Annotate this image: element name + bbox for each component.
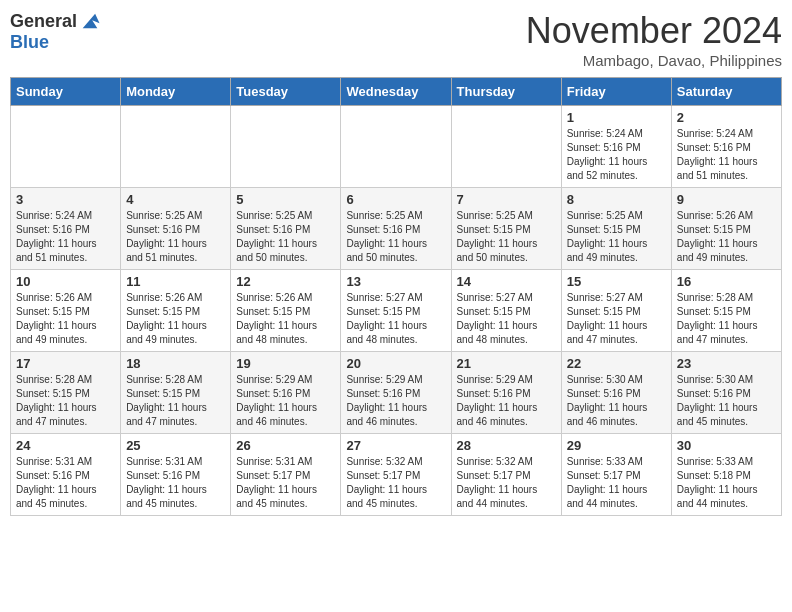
- day-info: Sunrise: 5:26 AM Sunset: 5:15 PM Dayligh…: [126, 291, 225, 347]
- day-number: 2: [677, 110, 776, 125]
- calendar-day-cell: 21Sunrise: 5:29 AM Sunset: 5:16 PM Dayli…: [451, 352, 561, 434]
- weekday-header-wednesday: Wednesday: [341, 78, 451, 106]
- day-info: Sunrise: 5:26 AM Sunset: 5:15 PM Dayligh…: [677, 209, 776, 265]
- day-info: Sunrise: 5:33 AM Sunset: 5:17 PM Dayligh…: [567, 455, 666, 511]
- day-info: Sunrise: 5:28 AM Sunset: 5:15 PM Dayligh…: [126, 373, 225, 429]
- calendar-day-cell: 27Sunrise: 5:32 AM Sunset: 5:17 PM Dayli…: [341, 434, 451, 516]
- location-subtitle: Mambago, Davao, Philippines: [526, 52, 782, 69]
- calendar-day-cell: 1Sunrise: 5:24 AM Sunset: 5:16 PM Daylig…: [561, 106, 671, 188]
- calendar-day-cell: [341, 106, 451, 188]
- calendar-day-cell: 18Sunrise: 5:28 AM Sunset: 5:15 PM Dayli…: [121, 352, 231, 434]
- calendar-day-cell: 7Sunrise: 5:25 AM Sunset: 5:15 PM Daylig…: [451, 188, 561, 270]
- calendar-day-cell: [231, 106, 341, 188]
- day-number: 13: [346, 274, 445, 289]
- day-info: Sunrise: 5:25 AM Sunset: 5:16 PM Dayligh…: [126, 209, 225, 265]
- calendar-week-row: 24Sunrise: 5:31 AM Sunset: 5:16 PM Dayli…: [11, 434, 782, 516]
- weekday-header-tuesday: Tuesday: [231, 78, 341, 106]
- day-number: 11: [126, 274, 225, 289]
- calendar-day-cell: 4Sunrise: 5:25 AM Sunset: 5:16 PM Daylig…: [121, 188, 231, 270]
- day-number: 21: [457, 356, 556, 371]
- day-info: Sunrise: 5:30 AM Sunset: 5:16 PM Dayligh…: [567, 373, 666, 429]
- weekday-header-friday: Friday: [561, 78, 671, 106]
- calendar-day-cell: [11, 106, 121, 188]
- day-number: 10: [16, 274, 115, 289]
- day-info: Sunrise: 5:25 AM Sunset: 5:15 PM Dayligh…: [457, 209, 556, 265]
- calendar-day-cell: 5Sunrise: 5:25 AM Sunset: 5:16 PM Daylig…: [231, 188, 341, 270]
- svg-marker-0: [83, 14, 100, 29]
- calendar-day-cell: 28Sunrise: 5:32 AM Sunset: 5:17 PM Dayli…: [451, 434, 561, 516]
- day-number: 29: [567, 438, 666, 453]
- day-number: 3: [16, 192, 115, 207]
- calendar-day-cell: 3Sunrise: 5:24 AM Sunset: 5:16 PM Daylig…: [11, 188, 121, 270]
- calendar-day-cell: 9Sunrise: 5:26 AM Sunset: 5:15 PM Daylig…: [671, 188, 781, 270]
- logo-general-text: General: [10, 11, 77, 32]
- calendar-day-cell: 23Sunrise: 5:30 AM Sunset: 5:16 PM Dayli…: [671, 352, 781, 434]
- weekday-header-monday: Monday: [121, 78, 231, 106]
- day-number: 6: [346, 192, 445, 207]
- title-area: November 2024 Mambago, Davao, Philippine…: [526, 10, 782, 69]
- day-info: Sunrise: 5:28 AM Sunset: 5:15 PM Dayligh…: [16, 373, 115, 429]
- day-info: Sunrise: 5:25 AM Sunset: 5:16 PM Dayligh…: [346, 209, 445, 265]
- calendar-day-cell: 17Sunrise: 5:28 AM Sunset: 5:15 PM Dayli…: [11, 352, 121, 434]
- calendar-day-cell: 24Sunrise: 5:31 AM Sunset: 5:16 PM Dayli…: [11, 434, 121, 516]
- day-info: Sunrise: 5:30 AM Sunset: 5:16 PM Dayligh…: [677, 373, 776, 429]
- calendar-day-cell: 11Sunrise: 5:26 AM Sunset: 5:15 PM Dayli…: [121, 270, 231, 352]
- day-info: Sunrise: 5:25 AM Sunset: 5:16 PM Dayligh…: [236, 209, 335, 265]
- weekday-header-thursday: Thursday: [451, 78, 561, 106]
- day-number: 24: [16, 438, 115, 453]
- calendar-day-cell: 29Sunrise: 5:33 AM Sunset: 5:17 PM Dayli…: [561, 434, 671, 516]
- day-number: 16: [677, 274, 776, 289]
- day-info: Sunrise: 5:25 AM Sunset: 5:15 PM Dayligh…: [567, 209, 666, 265]
- calendar-day-cell: 13Sunrise: 5:27 AM Sunset: 5:15 PM Dayli…: [341, 270, 451, 352]
- calendar-header-row: SundayMondayTuesdayWednesdayThursdayFrid…: [11, 78, 782, 106]
- day-info: Sunrise: 5:24 AM Sunset: 5:16 PM Dayligh…: [677, 127, 776, 183]
- day-number: 14: [457, 274, 556, 289]
- day-info: Sunrise: 5:32 AM Sunset: 5:17 PM Dayligh…: [346, 455, 445, 511]
- page-header: General Blue November 2024 Mambago, Dava…: [10, 10, 782, 69]
- calendar-day-cell: 25Sunrise: 5:31 AM Sunset: 5:16 PM Dayli…: [121, 434, 231, 516]
- day-info: Sunrise: 5:24 AM Sunset: 5:16 PM Dayligh…: [16, 209, 115, 265]
- day-info: Sunrise: 5:31 AM Sunset: 5:16 PM Dayligh…: [126, 455, 225, 511]
- day-info: Sunrise: 5:31 AM Sunset: 5:17 PM Dayligh…: [236, 455, 335, 511]
- day-number: 5: [236, 192, 335, 207]
- day-number: 18: [126, 356, 225, 371]
- weekday-header-saturday: Saturday: [671, 78, 781, 106]
- day-info: Sunrise: 5:29 AM Sunset: 5:16 PM Dayligh…: [236, 373, 335, 429]
- calendar-day-cell: 16Sunrise: 5:28 AM Sunset: 5:15 PM Dayli…: [671, 270, 781, 352]
- day-info: Sunrise: 5:29 AM Sunset: 5:16 PM Dayligh…: [457, 373, 556, 429]
- day-info: Sunrise: 5:26 AM Sunset: 5:15 PM Dayligh…: [16, 291, 115, 347]
- day-info: Sunrise: 5:29 AM Sunset: 5:16 PM Dayligh…: [346, 373, 445, 429]
- day-info: Sunrise: 5:28 AM Sunset: 5:15 PM Dayligh…: [677, 291, 776, 347]
- day-number: 9: [677, 192, 776, 207]
- weekday-header-sunday: Sunday: [11, 78, 121, 106]
- calendar-day-cell: 30Sunrise: 5:33 AM Sunset: 5:18 PM Dayli…: [671, 434, 781, 516]
- day-info: Sunrise: 5:26 AM Sunset: 5:15 PM Dayligh…: [236, 291, 335, 347]
- calendar-day-cell: 20Sunrise: 5:29 AM Sunset: 5:16 PM Dayli…: [341, 352, 451, 434]
- day-info: Sunrise: 5:33 AM Sunset: 5:18 PM Dayligh…: [677, 455, 776, 511]
- day-info: Sunrise: 5:27 AM Sunset: 5:15 PM Dayligh…: [346, 291, 445, 347]
- calendar-week-row: 1Sunrise: 5:24 AM Sunset: 5:16 PM Daylig…: [11, 106, 782, 188]
- calendar-day-cell: [121, 106, 231, 188]
- day-number: 20: [346, 356, 445, 371]
- day-number: 30: [677, 438, 776, 453]
- calendar-day-cell: 8Sunrise: 5:25 AM Sunset: 5:15 PM Daylig…: [561, 188, 671, 270]
- day-info: Sunrise: 5:27 AM Sunset: 5:15 PM Dayligh…: [567, 291, 666, 347]
- day-number: 23: [677, 356, 776, 371]
- day-number: 15: [567, 274, 666, 289]
- calendar-day-cell: 10Sunrise: 5:26 AM Sunset: 5:15 PM Dayli…: [11, 270, 121, 352]
- day-info: Sunrise: 5:31 AM Sunset: 5:16 PM Dayligh…: [16, 455, 115, 511]
- day-number: 1: [567, 110, 666, 125]
- calendar-week-row: 10Sunrise: 5:26 AM Sunset: 5:15 PM Dayli…: [11, 270, 782, 352]
- day-number: 28: [457, 438, 556, 453]
- calendar-day-cell: 2Sunrise: 5:24 AM Sunset: 5:16 PM Daylig…: [671, 106, 781, 188]
- day-number: 19: [236, 356, 335, 371]
- calendar-day-cell: [451, 106, 561, 188]
- calendar-day-cell: 14Sunrise: 5:27 AM Sunset: 5:15 PM Dayli…: [451, 270, 561, 352]
- day-number: 7: [457, 192, 556, 207]
- day-info: Sunrise: 5:27 AM Sunset: 5:15 PM Dayligh…: [457, 291, 556, 347]
- day-number: 12: [236, 274, 335, 289]
- calendar-day-cell: 22Sunrise: 5:30 AM Sunset: 5:16 PM Dayli…: [561, 352, 671, 434]
- day-info: Sunrise: 5:24 AM Sunset: 5:16 PM Dayligh…: [567, 127, 666, 183]
- calendar-day-cell: 12Sunrise: 5:26 AM Sunset: 5:15 PM Dayli…: [231, 270, 341, 352]
- day-number: 17: [16, 356, 115, 371]
